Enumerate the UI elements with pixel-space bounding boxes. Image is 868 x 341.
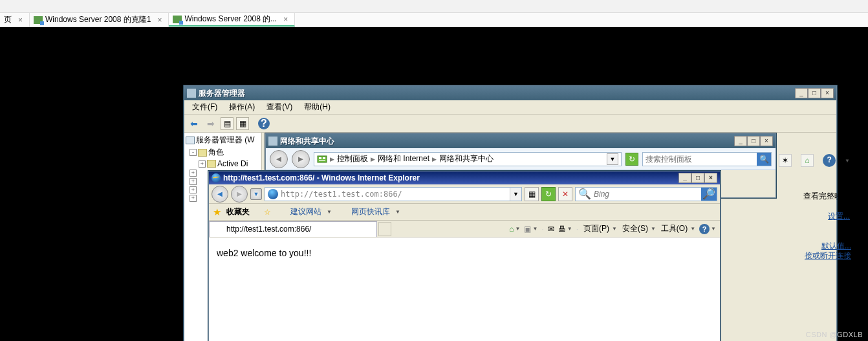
rss-icon: ▣ — [524, 225, 531, 234]
expand-icon[interactable]: + — [190, 195, 197, 202]
ie-icon — [337, 208, 346, 217]
breadcrumb-network-center[interactable]: 网络和共享中心 — [439, 153, 494, 164]
url-input[interactable] — [281, 190, 510, 199]
toolbar-icon-2[interactable]: ▦ — [236, 117, 249, 130]
close-button[interactable]: × — [821, 88, 834, 98]
search-button[interactable]: 🔍 — [757, 153, 771, 166]
control-panel-search[interactable]: 🔍 — [642, 152, 772, 166]
mail-icon: ✉ — [548, 225, 554, 234]
svg-rect-3 — [319, 160, 325, 161]
tree-root[interactable]: 服务器管理器 (W — [184, 134, 261, 146]
minimize-button[interactable]: _ — [678, 173, 691, 183]
breadcrumb-network-internet[interactable]: 网络和 Internet — [378, 153, 429, 164]
network-center-title: 网络和共享中心 — [280, 136, 734, 147]
recent-pages-dropdown[interactable]: ▼ — [250, 188, 262, 200]
search-input[interactable] — [643, 155, 757, 164]
tree-root-label: 服务器管理器 (W — [196, 135, 255, 146]
chevron-right-icon[interactable]: ▶ — [330, 156, 334, 162]
page-menu[interactable]: 页面(P)▼ — [582, 223, 617, 234]
compat-view-button[interactable]: ▦ — [525, 187, 539, 201]
help-icon[interactable]: ? — [823, 154, 836, 167]
chevron-down-icon[interactable]: ▼ — [327, 209, 332, 215]
favorites-star-icon[interactable]: ★ — [213, 206, 221, 218]
close-icon[interactable]: × — [283, 15, 288, 24]
home-button[interactable]: ⌂▼ — [509, 225, 520, 234]
maximize-button[interactable]: □ — [747, 136, 760, 146]
close-icon[interactable]: × — [18, 16, 23, 25]
tools-menu[interactable]: 工具(O)▼ — [660, 223, 695, 234]
favorites-label[interactable]: 收藏夹 — [226, 206, 250, 217]
print-button[interactable]: 🖶▼ — [558, 225, 572, 234]
ie-titlebar[interactable]: http://test1.test.com:866/ - Windows Int… — [209, 171, 720, 184]
expand-icon[interactable]: + — [190, 170, 197, 177]
server-icon — [186, 137, 195, 144]
nav-back-button[interactable]: ◄ — [212, 186, 228, 203]
chevron-right-icon[interactable]: ▶ — [371, 156, 375, 162]
tree-ad-label: Active Di — [217, 159, 248, 168]
host-tab-vm2[interactable]: Windows Server 2008 的... × — [169, 13, 295, 27]
close-button[interactable]: × — [704, 173, 717, 183]
maximize-button[interactable]: □ — [808, 88, 821, 98]
host-tab-home-label: 页 — [4, 14, 12, 25]
search-input[interactable] — [594, 190, 701, 199]
stop-button[interactable]: ✕ — [558, 187, 572, 201]
tree-active-directory[interactable]: + Active Di — [184, 159, 261, 169]
chevron-down-icon: ▼ — [690, 226, 695, 232]
read-mail-button[interactable]: ✉ — [548, 225, 554, 234]
collapse-icon[interactable]: - — [190, 149, 197, 156]
folder-icon — [207, 160, 216, 168]
chevron-down-icon: ▼ — [515, 226, 521, 232]
link-settings[interactable]: 设置... — [828, 211, 850, 222]
chevron-right-icon[interactable]: ▶ — [432, 156, 437, 162]
expand-icon[interactable]: + — [190, 186, 197, 193]
maximize-button[interactable]: □ — [691, 173, 704, 183]
menu-file[interactable]: 文件(F) — [187, 100, 222, 114]
host-toolbar — [0, 0, 868, 13]
menu-action[interactable]: 操作(A) — [224, 100, 260, 114]
nav-forward-button[interactable]: ➡ — [204, 116, 218, 131]
search-go-button[interactable]: 🔎 — [701, 188, 717, 201]
address-bar[interactable]: ▼ — [265, 187, 522, 201]
toolbar-icon-1[interactable]: ▤ — [221, 117, 233, 130]
menu-help[interactable]: 帮助(H) — [299, 100, 336, 114]
minimize-button[interactable]: _ — [734, 136, 747, 146]
host-tab-vm1[interactable]: Windows Server 2008 的克隆1 × — [30, 13, 169, 27]
suggested-sites-link[interactable]: 建议网站 — [290, 206, 321, 217]
nav-forward-button[interactable]: ► — [292, 150, 310, 168]
web-slice-link[interactable]: 网页快讯库 — [351, 206, 390, 217]
expand-icon[interactable]: + — [190, 178, 197, 185]
help-icon[interactable]: ? — [258, 118, 270, 129]
nav-back-button[interactable]: ◄ — [270, 150, 288, 168]
chevron-down-icon[interactable]: ▼ — [395, 209, 400, 215]
breadcrumb-control-panel[interactable]: 控制面板 — [337, 153, 368, 164]
breadcrumb-dropdown[interactable]: ▼ — [607, 153, 618, 165]
help-button[interactable]: ?▼ — [699, 224, 716, 234]
ie-search-box[interactable]: 🔍 🔎 — [575, 187, 717, 201]
menu-view[interactable]: 查看(V) — [261, 100, 298, 114]
feeds-button[interactable]: ▣▼ — [524, 225, 537, 234]
chevron-down-icon: ▼ — [651, 226, 656, 232]
url-dropdown[interactable]: ▼ — [510, 188, 521, 201]
network-center-titlebar[interactable]: 网络和共享中心 _ □ × — [266, 134, 776, 148]
refresh-button[interactable]: ↻ — [625, 153, 638, 166]
go-refresh-button[interactable]: ↻ — [541, 187, 556, 201]
home-icon[interactable]: ⌂ — [801, 154, 814, 167]
close-button[interactable]: × — [760, 136, 773, 146]
new-tab-button[interactable] — [378, 222, 391, 236]
toolbar-icon[interactable]: ✶ — [779, 154, 792, 167]
safety-menu[interactable]: 安全(S)▼ — [621, 223, 656, 234]
tree-roles[interactable]: - 角色 — [184, 146, 261, 159]
chevron-down-icon: ▼ — [567, 226, 572, 232]
close-icon[interactable]: × — [157, 16, 162, 25]
expand-icon[interactable]: + — [199, 160, 206, 168]
host-tab-home[interactable]: 页 × — [0, 13, 30, 27]
breadcrumb[interactable]: ▶ 控制面板 ▶ 网络和 Internet ▶ 网络和共享中心 ▼ — [314, 152, 622, 166]
nav-back-button[interactable]: ⬅ — [187, 116, 201, 131]
chevron-down-icon[interactable]: ▼ — [845, 158, 850, 164]
minimize-button[interactable]: _ — [795, 88, 808, 98]
server-manager-titlebar[interactable]: 服务器管理器 _ □ × — [184, 86, 836, 100]
link-connect-disconnect[interactable]: 接或断开连接 — [805, 250, 851, 261]
nav-forward-button[interactable]: ► — [231, 186, 248, 203]
ie-icon — [276, 208, 285, 217]
ie-tab[interactable]: http://test1.test.com:866/ — [209, 221, 377, 237]
